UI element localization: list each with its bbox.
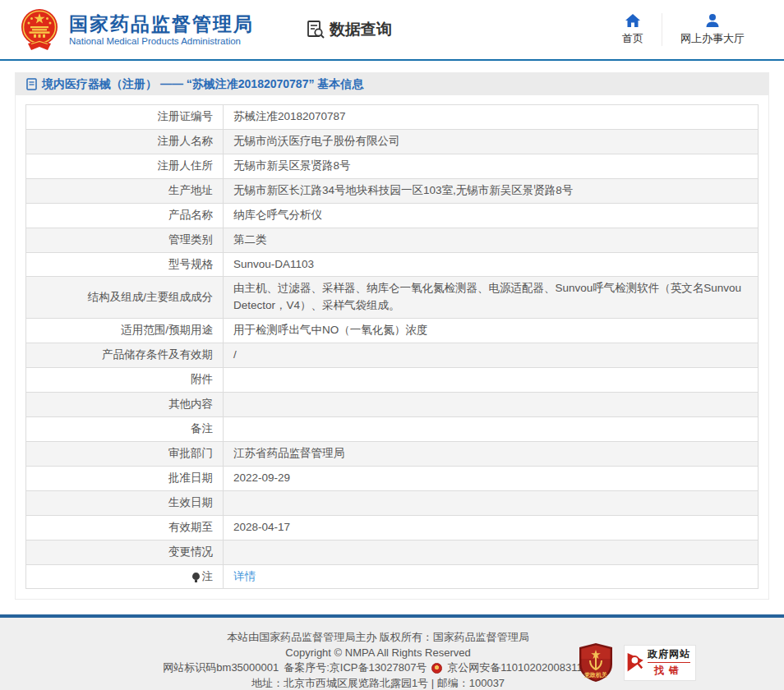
content-box: 境内医疗器械（注册） —— “苏械注准20182070787” 基本信息 注册证… [15,72,769,600]
table-row: 管理类别第二类 [26,228,759,252]
row-label: 注册证编号 [26,105,224,130]
table-row: 适用范围/预期用途用于检测呼出气中NO（一氧化氮）浓度 [26,319,759,343]
row-label: 附件 [26,368,224,393]
row-label: 注 [26,564,224,589]
table-row: 备注 [26,416,759,441]
nav-service-hall-label: 网上办事大厅 [680,31,745,46]
site-id-code: 网站标识码bm35000001 [163,660,279,676]
svg-text:党政机关: 党政机关 [583,671,607,678]
row-label: 型号规格 [26,252,224,277]
row-label: 产品名称 [26,203,224,228]
govsite-error-report-badge[interactable]: 政府网站 找错 [625,646,695,680]
row-label: 注册人名称 [26,129,224,154]
row-label: 产品储存条件及有效期 [26,343,224,368]
row-value [224,540,759,564]
page-header: 国家药品监督管理局 National Medical Products Admi… [0,0,784,61]
police-badge-icon [431,663,442,674]
top-nav: 首页 网上办事大厅 [604,13,763,46]
icp-number[interactable]: 备案序号:京ICP备13027807号 [284,660,427,676]
table-row: 批准日期2022-09-29 [26,466,759,490]
row-label: 批准日期 [26,466,224,490]
data-query-label: 数据查询 [330,19,392,40]
table-row: 结构及组成/主要组成成分由主机、过滤器、采样器、纳库仑一氧化氮检测器、电源适配器… [26,277,759,319]
table-row: 生效日期 [26,490,759,515]
user-icon [704,13,721,28]
row-value: 2028-04-17 [224,515,759,540]
page-footer: 本站由国家药品监督管理局主办 版权所有：国家药品监督管理局 Copyright … [0,618,784,690]
row-value [224,416,759,441]
row-value [224,368,759,393]
table-row: 其他内容 [26,393,759,417]
note-icon [192,573,200,580]
nav-home[interactable]: 首页 [604,13,662,46]
error-badge-title: 政府网站 [648,647,690,661]
row-label: 适用范围/预期用途 [26,319,224,343]
table-row: 注册人名称无锡市尚沃医疗电子股份有限公司 [26,129,759,154]
brand-block: 国家药品监督管理局 National Medical Products Admi… [69,13,254,46]
table-row: 注册人住所无锡市新吴区景贤路8号 [26,154,759,178]
page-title: 境内医疗器械（注册） —— “苏械注准20182070787” 基本信息 [42,77,363,92]
row-value [224,393,759,417]
table-row: 注册证编号苏械注准20182070787 [26,105,759,130]
row-value: 无锡市新吴区景贤路8号 [224,154,759,178]
row-label: 审批部门 [26,441,224,466]
row-value: 无锡市新区长江路34号地块科技园一区103室,无锡市新吴区景贤路8号 [224,178,759,203]
table-row: 产品储存条件及有效期/ [26,343,759,368]
row-label: 变更情况 [26,540,224,564]
row-value: 2022-09-29 [224,466,759,490]
detail-link[interactable]: 详情 [233,570,256,582]
row-value: 第二类 [224,228,759,252]
row-value: 江苏省药品监督管理局 [224,441,759,466]
row-value: 详情 [224,564,759,589]
table-row: 审批部门江苏省药品监督管理局 [26,441,759,466]
row-label: 生产地址 [26,178,224,203]
nav-service-hall[interactable]: 网上办事大厅 [662,13,763,46]
document-search-icon [305,19,326,40]
row-label: 备注 [26,416,224,441]
home-icon [625,13,641,28]
error-badge-text: 政府网站 找错 [648,647,690,678]
table-row: 生产地址无锡市新区长江路34号地块科技园一区103室,无锡市新吴区景贤路8号 [26,178,759,203]
row-value: 用于检测呼出气中NO（一氧化氮）浓度 [224,319,759,343]
row-label: 注册人住所 [26,154,224,178]
row-value: 纳库仑呼气分析仪 [224,203,759,228]
site-subtitle: National Medical Products Administration [69,36,254,46]
row-label: 管理类别 [26,228,224,252]
table-row: 产品名称纳库仑呼气分析仪 [26,203,759,228]
row-value: Sunvou-DA1103 [224,252,759,277]
footer-badges: 党政机关 政府网站 找错 [579,642,695,683]
table-row: 型号规格Sunvou-DA1103 [26,252,759,277]
table-row: 附件 [26,368,759,393]
security-record-number[interactable]: 京公网安备11010202008311号 [447,660,593,676]
national-emblem-logo [20,7,59,52]
row-value: 由主机、过滤器、采样器、纳库仑一氧化氮检测器、电源适配器、Sunvou呼气检测软… [224,277,759,319]
table-row: 注详情 [26,564,759,589]
row-value: 无锡市尚沃医疗电子股份有限公司 [224,129,759,154]
row-value: 苏械注准20182070787 [224,105,759,130]
data-query-entry[interactable]: 数据查询 [305,19,392,40]
row-label: 有效期至 [26,515,224,540]
party-government-badge[interactable]: 党政机关 [579,642,613,683]
row-value: / [224,343,759,368]
row-value [224,490,759,515]
table-row: 变更情况 [26,540,759,564]
row-label: 结构及组成/主要组成成分 [26,277,224,319]
error-finder-icon [626,649,646,677]
breadcrumb: 境内医疗器械（注册） —— “苏械注准20182070787” 基本信息 [16,73,768,95]
document-icon [26,78,37,90]
row-label: 其他内容 [26,393,224,417]
error-badge-subtitle: 找错 [648,662,690,678]
nav-home-label: 首页 [622,31,643,46]
table-row: 有效期至2028-04-17 [26,515,759,540]
row-label: 生效日期 [26,490,224,515]
registration-info-table: 注册证编号苏械注准20182070787注册人名称无锡市尚沃医疗电子股份有限公司… [25,104,759,589]
site-title: 国家药品监督管理局 [69,13,254,34]
